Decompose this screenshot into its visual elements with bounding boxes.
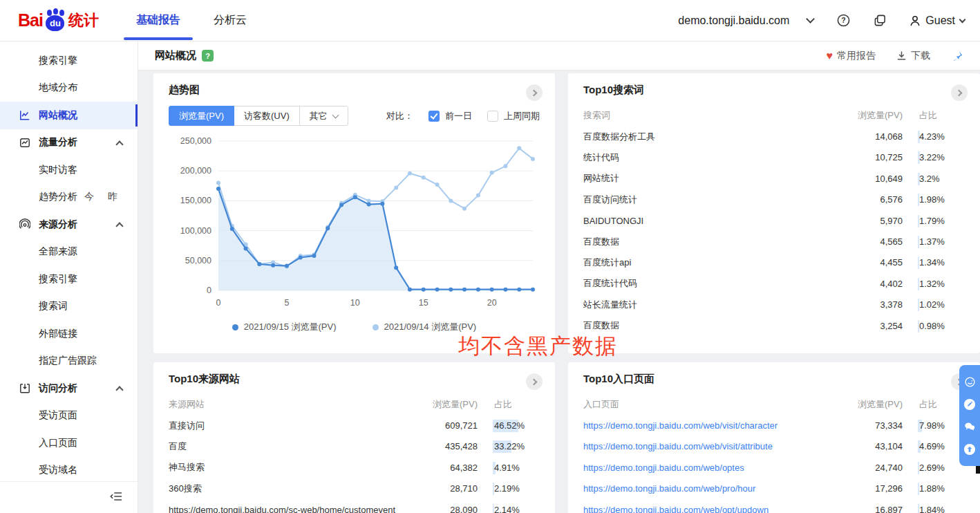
tab-basic-report[interactable]: 基础报告 bbox=[128, 0, 189, 41]
chart-line-icon bbox=[19, 110, 30, 121]
chevron-up-icon bbox=[115, 386, 123, 393]
user-name: Guest bbox=[925, 15, 955, 27]
top-search-card-title: Top10搜索词 bbox=[583, 84, 965, 97]
entry-page-link[interactable]: https://demo.tongji.baidu.com/web/visit/… bbox=[583, 441, 773, 451]
row-percent: 1.34% bbox=[919, 257, 965, 268]
baidu-tongji-logo[interactable]: Bai du 统计 bbox=[18, 10, 99, 32]
trend-card-more-button[interactable] bbox=[526, 84, 543, 101]
sidebar-item-3[interactable]: 流量分析 bbox=[0, 129, 138, 157]
sidebar-item-14[interactable]: 入口页面 bbox=[0, 429, 138, 457]
sidebar-item-label: 网站概况 bbox=[39, 109, 77, 122]
top-search-more-button[interactable] bbox=[951, 84, 968, 101]
top-source-more-button[interactable] bbox=[526, 373, 543, 390]
row-percent: 46.52% bbox=[494, 420, 540, 431]
table-row: 百度435,42833.22% bbox=[169, 436, 540, 457]
table-row: 百度数据分析工具14,0684.23% bbox=[583, 126, 965, 147]
sidebar-item-label: 实时访客 bbox=[39, 164, 77, 176]
row-name: 百度统计api bbox=[583, 256, 839, 269]
chevron-down-icon bbox=[806, 15, 815, 24]
back-to-top-icon[interactable] bbox=[963, 443, 976, 456]
chat-icon[interactable] bbox=[963, 420, 976, 433]
legend-item[interactable]: 2021/09/15 浏览量(PV) bbox=[232, 321, 337, 333]
tab-other-metrics[interactable]: 其它 bbox=[299, 106, 348, 126]
row-pageviews: 4,402 bbox=[839, 279, 903, 289]
edit-icon[interactable] bbox=[963, 398, 976, 411]
sidebar-item-11[interactable]: 指定广告跟踪 bbox=[0, 348, 138, 375]
svg-text:?: ? bbox=[842, 17, 846, 24]
favorite-report-button[interactable]: ♥ 常用报告 bbox=[827, 50, 876, 62]
sidebar-item-badges[interactable]: 今 昨 bbox=[84, 191, 123, 203]
row-name: https://demo.tongji.baidu.com/web/optes bbox=[583, 463, 839, 473]
svg-text:20: 20 bbox=[487, 298, 497, 308]
entry-page-link[interactable]: https://demo.tongji.baidu.com/web/pro/ho… bbox=[583, 483, 755, 494]
collapse-sidebar-icon[interactable] bbox=[110, 491, 122, 505]
compare-label: 对比： bbox=[386, 110, 413, 122]
tab-analysis-cloud[interactable]: 分析云 bbox=[205, 0, 255, 41]
row-pageviews: 14,068 bbox=[839, 131, 903, 142]
sidebar-item-6[interactable]: 来源分析 bbox=[0, 211, 138, 239]
top-entry-pages-card: Top10入口页面 入口页面浏览量(PV)占比https://demo.tong… bbox=[568, 362, 980, 513]
svg-text:150,000: 150,000 bbox=[180, 196, 211, 205]
row-pageviews: 10,725 bbox=[839, 152, 903, 162]
sidebar-item-4[interactable]: 实时访客 bbox=[0, 156, 138, 184]
row-pageviews: 4,455 bbox=[839, 257, 903, 268]
legend-item[interactable]: 2021/09/14 浏览量(PV) bbox=[373, 321, 477, 333]
page-header: 网站概况 ? ♥ 常用报告 下载 bbox=[138, 41, 980, 70]
sidebar-item-8[interactable]: 搜索引擎 bbox=[0, 265, 138, 293]
row-pageviews: 28,710 bbox=[414, 483, 478, 494]
download-icon bbox=[896, 50, 907, 61]
legend-label: 2021/09/14 浏览量(PV) bbox=[384, 321, 477, 333]
table-row: BAIDUTONGJI5,9701.79% bbox=[583, 210, 965, 231]
sidebar-item-5[interactable]: 趋势分析今 昨 bbox=[0, 184, 138, 212]
entry-page-link[interactable]: https://demo.tongji.baidu.com/web/visit/… bbox=[583, 420, 778, 431]
copy-pages-icon[interactable] bbox=[874, 14, 887, 27]
row-pageviews: 3,254 bbox=[839, 321, 903, 331]
sidebar-item-12[interactable]: 访问分析 bbox=[0, 375, 138, 402]
sidebar-item-13[interactable]: 受访页面 bbox=[0, 402, 138, 430]
sidebar-item-15[interactable]: 受访域名 bbox=[0, 457, 138, 485]
svg-text:15: 15 bbox=[419, 298, 428, 308]
tab-visitors-uv[interactable]: 访客数(UV) bbox=[234, 106, 300, 126]
chevron-down-icon bbox=[959, 16, 966, 23]
sidebar-item-label: 搜索引擎 bbox=[39, 55, 77, 67]
sidebar-item-1[interactable]: 地域分布 bbox=[0, 75, 138, 102]
row-name: 百度统计代码 bbox=[583, 277, 839, 290]
compare-last-week-label: 上周同期 bbox=[504, 110, 540, 122]
row-percent: 0.98% bbox=[919, 321, 965, 331]
row-pageviews: 17,296 bbox=[839, 483, 903, 494]
sidebar-item-label: 来源分析 bbox=[39, 218, 77, 231]
row-percent: 4.23% bbox=[919, 131, 965, 142]
help-icon[interactable]: ? bbox=[837, 14, 850, 27]
visit-icon bbox=[19, 383, 30, 394]
compare-previous-day-label: 前一日 bbox=[445, 110, 472, 122]
sidebar-item-7[interactable]: 全部来源 bbox=[0, 239, 138, 266]
sidebar-item-0[interactable]: 搜索引擎 bbox=[0, 47, 138, 75]
site-selector[interactable]: demo.tongji.baidu.com bbox=[678, 15, 813, 27]
row-percent: 1.79% bbox=[919, 216, 965, 226]
page-help-icon[interactable]: ? bbox=[202, 50, 214, 62]
support-icon[interactable] bbox=[963, 375, 976, 388]
sidebar-item-2[interactable]: 网站概况 bbox=[0, 102, 138, 129]
sidebar-item-label: 地域分布 bbox=[39, 82, 77, 94]
row-pageviews: 3,378 bbox=[839, 299, 903, 310]
traffic-icon bbox=[19, 137, 30, 148]
compare-previous-day-checkbox[interactable] bbox=[428, 111, 440, 122]
sidebar-item-label: 搜索引擎 bbox=[39, 273, 77, 286]
row-pageviews: 16,897 bbox=[839, 505, 903, 513]
sidebar-item-10[interactable]: 外部链接 bbox=[0, 320, 138, 348]
compare-last-week-checkbox[interactable] bbox=[487, 111, 498, 122]
tab-pageviews-pv[interactable]: 浏览量(PV) bbox=[169, 106, 234, 126]
row-percent: 1.32% bbox=[919, 279, 965, 289]
row-percent: 2.69% bbox=[919, 463, 965, 473]
entry-page-link[interactable]: https://demo.tongji.baidu.com/web/opt/up… bbox=[583, 505, 769, 513]
floating-toolbar bbox=[959, 365, 980, 466]
pin-button[interactable] bbox=[951, 50, 963, 62]
row-percent: 2.19% bbox=[494, 483, 540, 494]
download-button[interactable]: 下载 bbox=[896, 50, 930, 62]
sidebar-item-9[interactable]: 搜索词 bbox=[0, 293, 138, 321]
user-menu[interactable]: Guest bbox=[909, 15, 965, 27]
row-percent: 7.98% bbox=[919, 420, 965, 431]
row-name: 站长流量统计 bbox=[583, 299, 839, 311]
entry-page-link[interactable]: https://demo.tongji.baidu.com/web/optes bbox=[583, 463, 744, 473]
row-name: 360搜索 bbox=[169, 483, 414, 495]
